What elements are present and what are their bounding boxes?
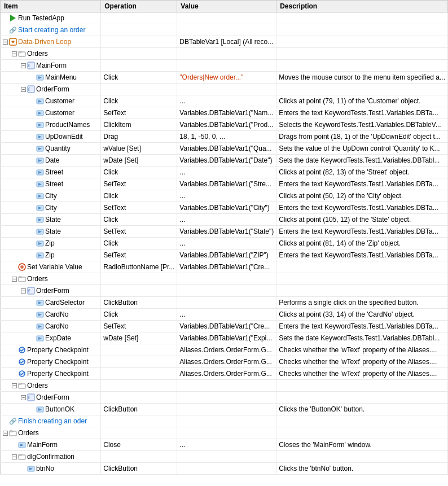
- table-row[interactable]: Property Checkpoint Aliases.Orders.Order…: [1, 344, 448, 356]
- svg-text:f: f: [28, 288, 30, 294]
- item-label: Property Checkpoint: [27, 369, 89, 379]
- item-label: UpDownEdit: [45, 132, 83, 142]
- val-cell: Variables.DBTableVar1("Nam...: [177, 107, 276, 119]
- folder-icon: [18, 50, 26, 58]
- expand-btn[interactable]: −: [3, 40, 8, 45]
- desc-cell: Performs a single click on the specified…: [276, 297, 448, 309]
- expand-btn[interactable]: −: [12, 383, 17, 388]
- val-cell: [177, 380, 276, 392]
- desc-cell: Clicks at point (105, 12) of the 'State'…: [276, 214, 448, 226]
- table-row[interactable]: ProductNames ClickItemVariables.DBTableV…: [1, 119, 448, 131]
- val-cell: [177, 84, 276, 95]
- table-row[interactable]: − Orders: [1, 48, 448, 60]
- table-row[interactable]: − Orders: [1, 427, 448, 439]
- table-row[interactable]: Street Click...Clicks at point (82, 13) …: [1, 167, 448, 178]
- op-cell: Click: [101, 95, 177, 107]
- table-row[interactable]: Date wDate [Set]Variables.DBTableVar1("D…: [1, 155, 448, 167]
- expand-btn[interactable]: −: [12, 51, 17, 56]
- op-cell: [101, 392, 177, 404]
- item-cell: Run TestedApp: [1, 12, 101, 24]
- table-row[interactable]: City SetTextVariables.DBTableVar1("City"…: [1, 202, 448, 214]
- val-cell: ...: [177, 167, 276, 178]
- item-label: Property Checkpoint: [27, 357, 89, 367]
- table-row[interactable]: − dlgConfirmation: [1, 451, 448, 463]
- expand-btn[interactable]: −: [21, 87, 26, 92]
- table-row[interactable]: State Click...Clicks at point (105, 12) …: [1, 214, 448, 226]
- table-row[interactable]: Property Checkpoint Aliases.Orders.Order…: [1, 356, 448, 368]
- table-row[interactable]: MainMenu Click"Orders|New order..."Moves…: [1, 72, 448, 84]
- table-row[interactable]: State SetTextVariables.DBTableVar1("Stat…: [1, 226, 448, 238]
- desc-cell: Moves the mouse cursor to the menu item …: [276, 72, 448, 84]
- action-icon: [36, 227, 44, 235]
- table-row[interactable]: MainForm Close...Closes the 'MainForm' w…: [1, 439, 448, 451]
- checkpoint-icon: [18, 370, 26, 378]
- expand-btn[interactable]: −: [21, 288, 26, 294]
- expand-btn[interactable]: −: [12, 277, 17, 282]
- item-label: Zip: [45, 250, 55, 260]
- table-row[interactable]: 🔗 Finish creating an oder: [1, 415, 448, 427]
- item-label: Zip: [45, 238, 55, 248]
- table-row[interactable]: ExpDate wDate [Set]Variables.DBTableVar1…: [1, 332, 448, 344]
- svg-rect-69: [19, 454, 21, 456]
- table-row[interactable]: City Click...Clicks at point (50, 12) of…: [1, 190, 448, 202]
- table-row[interactable]: − f OrderForm: [1, 285, 448, 297]
- item-label: MainForm: [36, 60, 67, 71]
- table-row[interactable]: Customer SetTextVariables.DBTableVar1("N…: [1, 107, 448, 119]
- col-header-val: Value: [177, 1, 276, 12]
- desc-cell: Clicks at point (33, 14) of the 'CardNo'…: [276, 309, 448, 321]
- item-cell: Zip: [1, 238, 101, 249]
- table-row[interactable]: Street SetTextVariables.DBTableVar1("Str…: [1, 178, 448, 190]
- op-cell: [101, 24, 177, 36]
- expand-btn[interactable]: −: [3, 431, 8, 436]
- desc-cell: [276, 415, 448, 427]
- table-row[interactable]: Zip SetTextVariables.DBTableVar1("ZIP")E…: [1, 249, 448, 261]
- expand-btn[interactable]: −: [21, 63, 26, 68]
- table-row[interactable]: CardNo Click...Clicks at point (33, 14) …: [1, 309, 448, 321]
- table-row[interactable]: btnNo ClickButtonClicks the 'btnNo' butt…: [1, 463, 448, 475]
- folder-icon: [18, 382, 26, 389]
- svg-text:🔗: 🔗: [9, 417, 17, 425]
- table-row[interactable]: UpDownEdit Drag18, 1, -50, 0, ...Drags f…: [1, 131, 448, 143]
- svg-text:f: f: [28, 63, 30, 68]
- item-cell: − Orders: [1, 427, 101, 439]
- table-row[interactable]: 🔗 Start creating an order: [1, 24, 448, 36]
- table-row[interactable]: − f OrderForm: [1, 84, 448, 95]
- action-icon: [36, 156, 44, 164]
- table-row[interactable]: − f MainForm: [1, 60, 448, 72]
- table-row[interactable]: Run TestedApp: [1, 12, 448, 24]
- expand-btn[interactable]: −: [12, 454, 17, 459]
- op-cell: [101, 84, 177, 95]
- table-row[interactable]: CardSelector ClickButtonPerforms a singl…: [1, 297, 448, 309]
- item-cell: − dlgConfirmation: [1, 451, 101, 463]
- table-row[interactable]: − Orders: [1, 273, 448, 285]
- item-label: ButtonOK: [45, 404, 74, 414]
- op-cell: SetText: [101, 321, 177, 332]
- op-cell: Click: [101, 72, 177, 84]
- table-row[interactable]: Zip Click...Clicks at point (81, 14) of …: [1, 238, 448, 249]
- table-row[interactable]: − f OrderForm: [1, 392, 448, 404]
- val-cell: [177, 60, 276, 72]
- op-cell: [101, 368, 177, 380]
- svg-rect-43: [19, 277, 21, 278]
- table-row[interactable]: CardNo SetTextVariables.DBTableVar1("Cre…: [1, 321, 448, 332]
- table-row[interactable]: Property Checkpoint Aliases.Orders.Order…: [1, 368, 448, 380]
- desc-cell: Sets the value of the UpDown control 'Qu…: [276, 143, 448, 155]
- val-cell: [177, 415, 276, 427]
- table-row[interactable]: ButtonOK ClickButtonClicks the 'ButtonOK…: [1, 404, 448, 415]
- desc-cell: [276, 273, 448, 285]
- op-cell: SetText: [101, 178, 177, 190]
- table-row[interactable]: Set Variable Value RadioButtonName [Pr..…: [1, 261, 448, 273]
- desc-cell: Sets the date KeywordTests.Test1.Variabl…: [276, 332, 448, 344]
- svg-text:f: f: [28, 87, 30, 92]
- op-cell: SetText: [101, 202, 177, 214]
- table-row[interactable]: Quantity wValue [Set]Variables.DBTableVa…: [1, 143, 448, 155]
- expand-btn[interactable]: −: [21, 395, 26, 400]
- item-label: City: [45, 191, 57, 201]
- desc-cell: Drags from point (18, 1) of the 'UpDownE…: [276, 131, 448, 143]
- item-cell: 🔗 Start creating an order: [1, 24, 101, 36]
- table-row[interactable]: Customer Click...Clicks at point (79, 11…: [1, 95, 448, 107]
- table-row[interactable]: − Orders: [1, 380, 448, 392]
- table-row[interactable]: − Data-Driven Loop DBTableVar1 [Local] (…: [1, 36, 448, 48]
- form-icon: f: [27, 287, 35, 295]
- desc-cell: Enters the text KeywordTests.Test1.Varia…: [276, 249, 448, 261]
